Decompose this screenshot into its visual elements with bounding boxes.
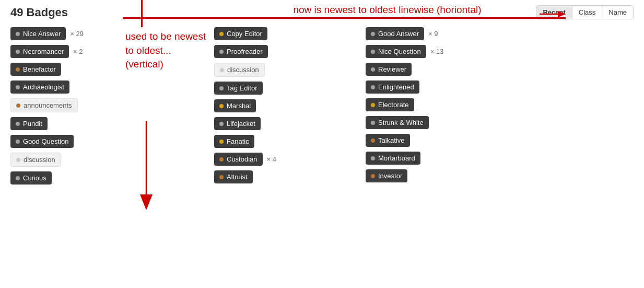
badge-dot	[219, 50, 224, 54]
badge-label: announcements	[24, 101, 72, 109]
badge-pill[interactable]: Benefactor	[10, 63, 61, 76]
badge-pill[interactable]: Copy Editor	[214, 27, 267, 40]
badge-dot	[219, 157, 224, 162]
badge-pill[interactable]: Proofreader	[214, 45, 268, 58]
badge-dot	[16, 103, 20, 108]
tab-name[interactable]: Name	[602, 6, 633, 19]
badge-dot	[371, 174, 375, 178]
badge-label: Nice Question	[378, 48, 421, 55]
badge-dot	[220, 68, 224, 72]
badge-pill[interactable]: Reviewer	[366, 63, 412, 76]
badge-dot	[371, 139, 375, 143]
badge-pill[interactable]: Fanatic	[214, 135, 254, 148]
badge-label: Custodian	[227, 155, 257, 163]
down-arrow-icon	[131, 121, 162, 215]
badge-pill[interactable]: Good Answer	[366, 27, 424, 40]
badge-pill[interactable]: Good Question	[10, 135, 74, 148]
badge-pill[interactable]: announcements	[10, 98, 78, 112]
tab-class[interactable]: Class	[572, 6, 603, 19]
badge-label: Benefactor	[23, 65, 56, 73]
badge-dot	[16, 158, 20, 162]
badge-count: × 4	[267, 155, 276, 163]
badge-pill[interactable]: Necromancer	[10, 45, 69, 58]
badge-row: Strunk & White	[366, 116, 501, 129]
badge-row: Proofreader	[214, 45, 324, 58]
badge-pill[interactable]: Altruist	[214, 170, 253, 183]
badge-row: Mortarboard	[366, 152, 501, 165]
badge-pill[interactable]: discussion	[214, 63, 265, 77]
badge-pill[interactable]: Mortarboard	[366, 152, 420, 165]
badge-pill[interactable]: Lifejacket	[214, 117, 261, 130]
badge-row: discussion	[214, 63, 324, 77]
badge-pill[interactable]: Curious	[10, 171, 52, 185]
badge-label: Copy Editor	[227, 30, 262, 38]
badge-label: Strunk & White	[378, 119, 424, 126]
badge-label: Necromancer	[23, 48, 64, 55]
top-annotation-text: now is newest to oldest linewise (horion…	[293, 4, 481, 15]
badge-pill[interactable]: Marshal	[214, 99, 256, 112]
badge-row: Good Answer× 9	[366, 27, 501, 40]
badge-dot	[16, 176, 20, 180]
badge-row: Necromancer× 2	[10, 45, 120, 58]
badge-label: discussion	[227, 66, 259, 74]
badge-dot	[219, 175, 224, 179]
badge-dot	[219, 104, 224, 108]
badge-dot	[16, 50, 20, 54]
badge-label: Fanatic	[227, 137, 249, 145]
badge-label: Good Answer	[378, 30, 419, 38]
badge-label: Archaeologist	[23, 83, 64, 91]
badge-pill[interactable]: Strunk & White	[366, 116, 429, 129]
badge-pill[interactable]: Talkative	[366, 134, 410, 147]
badge-label: Enlightened	[378, 83, 414, 91]
badge-dot	[371, 67, 375, 72]
badge-label: Electorate	[378, 101, 409, 109]
badge-row: Investor	[366, 169, 501, 182]
badge-label: Tag Editor	[227, 84, 257, 92]
badge-label: Good Question	[23, 137, 68, 145]
badge-dot	[371, 50, 375, 54]
badge-pill[interactable]: Nice Question	[366, 45, 426, 58]
badge-row: Fanatic	[214, 135, 324, 148]
svg-marker-1	[558, 11, 566, 17]
badge-label: Investor	[378, 172, 402, 180]
badge-label: Nice Answer	[23, 30, 61, 38]
page-title: 49 Badges	[10, 6, 68, 19]
badge-label: discussion	[24, 156, 55, 164]
badge-pill[interactable]: Electorate	[366, 98, 414, 111]
badge-dot	[371, 156, 375, 160]
badge-pill[interactable]: Pundit	[10, 117, 48, 130]
badge-dot	[16, 67, 20, 72]
main-content: Nice Answer× 29Necromancer× 2BenefactorA…	[10, 27, 634, 185]
side-annotation-text: used to be newest to oldest... (vertical…	[125, 30, 209, 72]
badge-pill[interactable]: discussion	[10, 153, 61, 167]
badge-row: Enlightened	[366, 80, 501, 94]
badge-dot	[371, 32, 375, 36]
badge-column-2: Copy EditorProofreaderdiscussionTag Edit…	[214, 27, 324, 185]
badge-row: Pundit	[10, 117, 120, 130]
badge-dot	[16, 85, 20, 89]
top-annotation: now is newest to oldest linewise (horion…	[219, 4, 555, 16]
badge-dot	[371, 103, 375, 107]
vertical-line-top	[141, 0, 143, 27]
badge-row: Tag Editor	[214, 82, 324, 95]
badge-label: Curious	[23, 174, 46, 182]
badge-row: Custodian× 4	[214, 153, 324, 166]
badge-row: Good Question	[10, 135, 120, 148]
badge-pill[interactable]: Tag Editor	[214, 82, 263, 95]
badge-pill[interactable]: Investor	[366, 169, 407, 182]
badge-pill[interactable]: Custodian	[214, 153, 263, 166]
badge-label: Altruist	[227, 173, 248, 181]
badge-pill[interactable]: Archaeologist	[10, 80, 69, 94]
badge-label: Lifejacket	[227, 120, 255, 128]
badge-pill[interactable]: Nice Answer	[10, 27, 66, 40]
spacer	[324, 27, 366, 185]
badge-row: Benefactor	[10, 63, 120, 76]
badge-row: Marshal	[214, 99, 324, 112]
badge-label: Marshal	[227, 102, 251, 110]
side-annotation: used to be newest to oldest... (vertical…	[125, 27, 209, 185]
badge-count: × 13	[430, 48, 444, 55]
badge-row: announcements	[10, 98, 120, 112]
badge-row: Nice Question× 13	[366, 45, 501, 58]
svg-marker-3	[140, 194, 153, 210]
badge-pill[interactable]: Enlightened	[366, 80, 419, 94]
